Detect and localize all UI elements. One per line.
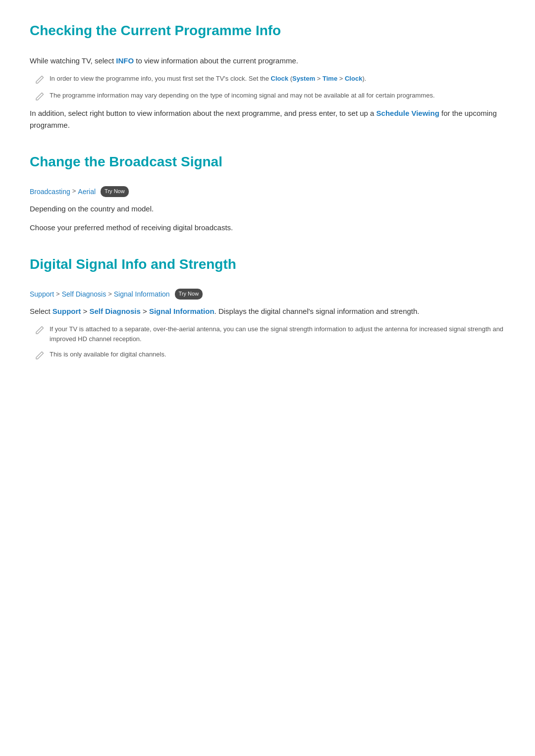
breadcrumb-signal: Support > Self Diagnosis > Signal Inform… [30,289,505,300]
section-title-digital: Digital Signal Info and Strength [30,253,505,280]
note-clock: In order to view the programme info, you… [35,74,505,85]
intro-paragraph: While watching TV, select INFO to view i… [30,55,505,67]
signal-sep-1: > [81,307,89,315]
breadcrumb-self-diagnosis-link[interactable]: Self Diagnosis [62,289,107,300]
pencil-icon-4 [35,351,45,360]
note-antenna-text: If your TV is attached to a separate, ov… [50,324,505,344]
section-checking-programme: Checking the Current Programme Info Whil… [30,20,505,131]
section-change-broadcast: Change the Broadcast Signal Broadcasting… [30,151,505,234]
schedule-paragraph: In addition, select right button to view… [30,107,505,131]
breadcrumb-broadcasting-link[interactable]: Broadcasting [30,186,70,197]
signal-body-text: Select Support > Self Diagnosis > Signal… [30,305,505,317]
breadcrumb-aerial-link[interactable]: Aerial [78,186,96,197]
broadcast-para-1: Depending on the country and model. [30,203,505,215]
breadcrumb-sep-3: > [108,289,112,300]
signal-info-link[interactable]: Signal Information [149,307,214,315]
signal-body-suffix: . Displays the digital channel's signal … [214,307,420,315]
signal-self-diagnosis-link[interactable]: Self Diagnosis [89,307,140,315]
section-title-checking: Checking the Current Programme Info [30,20,505,46]
system-link[interactable]: System [292,75,315,82]
breadcrumb-signal-info-link[interactable]: Signal Information [114,289,170,300]
breadcrumb-sep-1: > [72,186,76,197]
signal-support-link[interactable]: Support [53,307,81,315]
note-digital-only: This is only available for digital chann… [35,350,505,360]
sep1: > [315,75,322,82]
breadcrumb-support-link[interactable]: Support [30,289,54,300]
try-now-badge-2[interactable]: Try Now [175,289,203,300]
breadcrumb-sep-2: > [56,289,60,300]
note-programme-info: The programme information may vary depen… [35,91,505,101]
note-programme-text: The programme information may vary depen… [50,91,435,101]
info-link[interactable]: INFO [116,56,134,65]
signal-sep-2: > [141,307,149,315]
intro-suffix-text: to view information about the current pr… [134,56,298,65]
pencil-icon-3 [35,325,45,335]
note-antenna: If your TV is attached to a separate, ov… [35,324,505,344]
section-title-broadcast: Change the Broadcast Signal [30,151,505,177]
intro-prefix-text: While watching TV, select [30,56,116,65]
schedule-viewing-link[interactable]: Schedule Viewing [376,109,439,117]
sep2: > [337,75,345,82]
schedule-prefix: In addition, select right button to view… [30,109,376,117]
breadcrumb-broadcast: Broadcasting > Aerial Try Now [30,186,505,197]
note-clock-text: In order to view the programme info, you… [50,74,366,84]
try-now-badge-1[interactable]: Try Now [101,186,129,197]
time-link[interactable]: Time [322,75,337,82]
broadcast-para-2: Choose your preferred method of receivin… [30,222,505,234]
section-digital-signal: Digital Signal Info and Strength Support… [30,253,505,360]
pencil-icon-2 [35,92,45,101]
note-digital-text: This is only available for digital chann… [50,350,166,359]
clock-link[interactable]: Clock [271,75,288,82]
pencil-icon-1 [35,75,45,85]
signal-body-prefix: Select [30,307,53,315]
clock-link-2[interactable]: Clock [345,75,362,82]
